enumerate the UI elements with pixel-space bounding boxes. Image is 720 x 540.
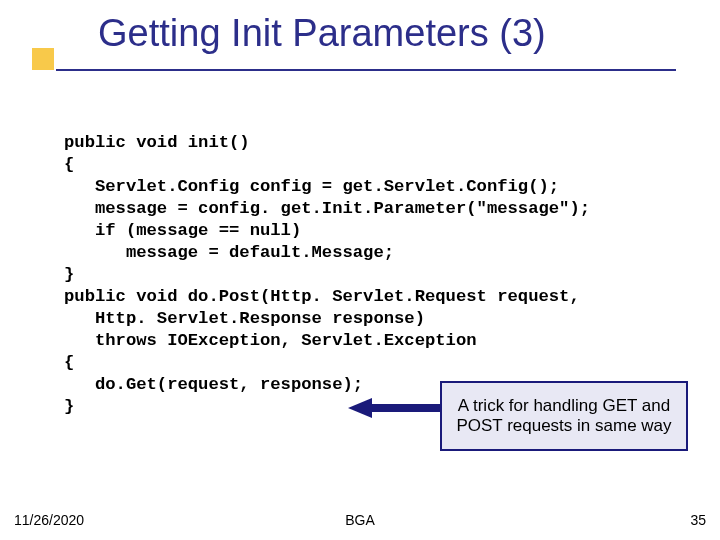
- footer-page-number: 35: [690, 512, 706, 528]
- code-snippet: public void init() { Servlet.Config conf…: [64, 132, 590, 418]
- title-bullet: [32, 48, 54, 70]
- callout-arrow-head: [348, 398, 372, 418]
- callout-box: A trick for handling GET and POST reques…: [440, 381, 688, 451]
- callout-text: A trick for handling GET and POST reques…: [446, 396, 682, 436]
- footer-center: BGA: [0, 512, 720, 528]
- callout-arrow-shaft: [370, 404, 442, 412]
- slide-title: Getting Init Parameters (3): [98, 12, 546, 55]
- title-underline: [56, 69, 676, 71]
